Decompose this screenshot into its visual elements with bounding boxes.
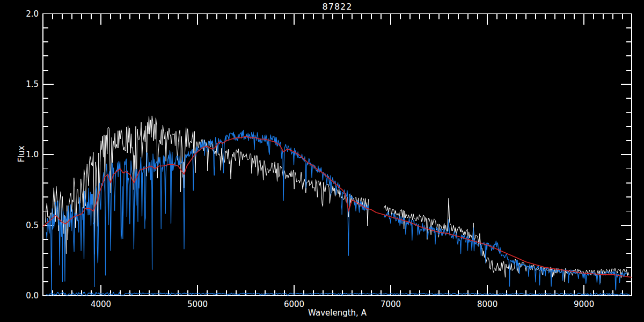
model-fit-red-curve xyxy=(43,136,632,277)
x-tick-label: 6000 xyxy=(284,299,304,309)
x-tick-label: 7000 xyxy=(380,299,401,309)
x-tick-label: 4000 xyxy=(91,299,111,309)
y-tick-label: 1.0 xyxy=(26,150,39,159)
y-tick-label: 0.0 xyxy=(26,291,39,301)
x-tick-label: 5000 xyxy=(187,299,208,309)
y-tick-label: 2.0 xyxy=(26,9,39,19)
plot-area: 4000500060007000800090000.00.51.01.52.0 xyxy=(0,0,644,322)
axes-frame xyxy=(43,14,632,296)
spectrum-chart: 87822 Flux Wavelength, A 400050006000700… xyxy=(0,0,644,322)
error-spectrum-curve xyxy=(46,292,629,295)
x-tick-label: 9000 xyxy=(574,299,594,309)
y-tick-label: 0.5 xyxy=(26,221,39,230)
y-tick-label: 1.5 xyxy=(26,79,39,89)
x-tick-label: 8000 xyxy=(477,299,497,309)
